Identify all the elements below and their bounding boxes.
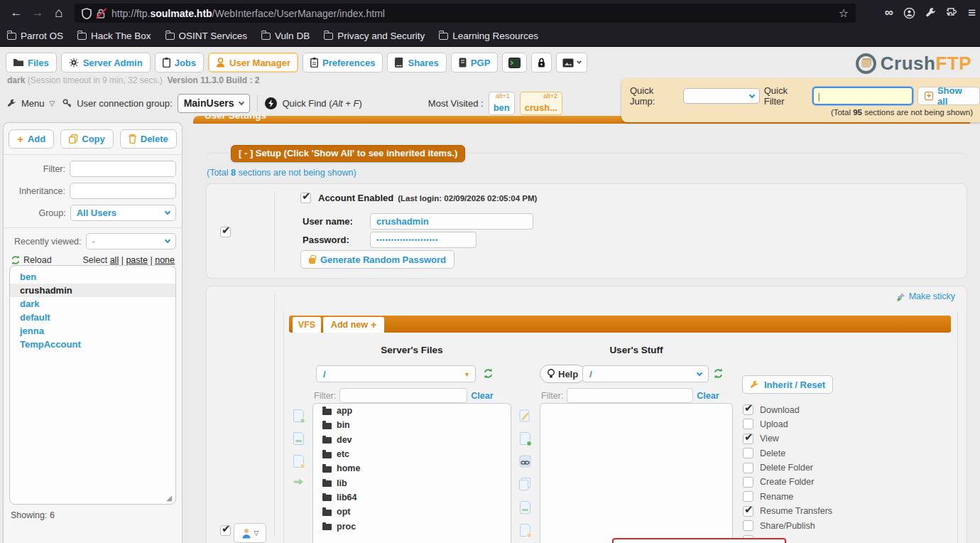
user-filter-clear[interactable]: Clear bbox=[697, 391, 719, 401]
perm-upload-checkbox[interactable] bbox=[743, 419, 753, 429]
folder-row-dev[interactable]: dev bbox=[313, 433, 511, 447]
copy-user-button[interactable]: Copy bbox=[60, 129, 114, 149]
shares-button[interactable]: Shares bbox=[387, 53, 446, 72]
user-list-item-default[interactable]: default bbox=[10, 311, 175, 324]
select-all-link[interactable]: all bbox=[110, 255, 119, 265]
vfs-user-button[interactable]: ▽ bbox=[234, 523, 266, 543]
perm-create-folder-checkbox[interactable] bbox=[743, 477, 753, 488]
most-visited-ben-button[interactable]: alt+1 ben bbox=[489, 92, 515, 115]
select-none-link[interactable]: none bbox=[155, 255, 175, 265]
user-filter-input[interactable] bbox=[70, 161, 176, 177]
theme-button[interactable] bbox=[556, 53, 587, 72]
move-right-icon[interactable] bbox=[293, 478, 304, 486]
paste-link[interactable]: paste bbox=[126, 255, 148, 265]
folder-row-proc[interactable]: proc bbox=[313, 519, 511, 533]
recently-viewed-select[interactable]: - bbox=[86, 233, 176, 249]
quick-find-icon[interactable] bbox=[265, 97, 277, 109]
tab-add-new[interactable]: Add new+ bbox=[323, 317, 384, 333]
bookmark-parrot-os[interactable]: Parrot OS bbox=[7, 31, 63, 41]
inherit-reset-button[interactable]: Inherit / Reset bbox=[742, 375, 833, 394]
bookmark-vuln-db[interactable]: Vuln DB bbox=[261, 31, 310, 41]
quick-jump-select[interactable] bbox=[683, 88, 760, 104]
password-input[interactable]: ••••••••••••••••••••• bbox=[370, 232, 477, 248]
tools-wrench-icon[interactable] bbox=[925, 7, 937, 18]
menu-caret-icon[interactable]: ▽ bbox=[50, 100, 55, 107]
link-item-icon[interactable] bbox=[519, 455, 531, 468]
help-button[interactable]: Help bbox=[540, 365, 586, 383]
perm-resume-transfers-checkbox[interactable] bbox=[743, 506, 753, 517]
add-vfs-item-icon[interactable] bbox=[520, 432, 530, 445]
perm-download-checkbox[interactable] bbox=[743, 404, 753, 415]
files-button[interactable]: Files bbox=[6, 53, 57, 72]
username-input[interactable]: crushadmin bbox=[370, 213, 533, 230]
server-filter-input[interactable] bbox=[339, 388, 467, 403]
add-item-icon[interactable] bbox=[293, 409, 304, 422]
connection-group-select[interactable]: MainUsers bbox=[178, 94, 251, 113]
make-sticky-link[interactable]: Make sticky bbox=[896, 291, 955, 301]
delete-user-button[interactable]: Delete bbox=[120, 129, 177, 149]
user-list-item-dark[interactable]: dark bbox=[10, 297, 175, 311]
account-enabled-checkbox[interactable] bbox=[300, 193, 311, 203]
folder-row-app[interactable]: app bbox=[313, 404, 511, 418]
menu-hamburger-icon[interactable]: ≡ bbox=[968, 5, 976, 21]
user-path-select[interactable]: / bbox=[582, 365, 709, 382]
remove-item-icon[interactable] bbox=[293, 455, 304, 468]
folder-row-home[interactable]: home bbox=[313, 461, 511, 475]
edit-pencil-icon[interactable] bbox=[519, 409, 531, 422]
account-icon[interactable] bbox=[903, 7, 915, 19]
url-bar[interactable]: http://ftp.soulmate.htb/WebInterface/Use… bbox=[75, 4, 856, 23]
modify-item-icon[interactable] bbox=[293, 432, 304, 445]
folder-row-lib64[interactable]: lib64 bbox=[313, 490, 511, 505]
folder-row-opt[interactable]: opt bbox=[313, 505, 511, 519]
perm-delete-folder-checkbox[interactable] bbox=[743, 463, 753, 473]
group-select[interactable]: All Users bbox=[70, 205, 176, 221]
home-icon[interactable]: ⌂ bbox=[48, 5, 70, 21]
tab-vfs[interactable]: VFS bbox=[293, 317, 321, 333]
user-reload-icon[interactable] bbox=[713, 368, 724, 379]
bookmark-privacy-security[interactable]: Privacy and Security bbox=[324, 31, 425, 41]
bookmark-learning-resources[interactable]: Learning Resources bbox=[439, 31, 538, 41]
lock-button[interactable] bbox=[531, 53, 552, 72]
jobs-button[interactable]: Jobs bbox=[155, 53, 204, 72]
extensions-puzzle-icon[interactable] bbox=[947, 7, 958, 18]
most-visited-crush-button[interactable]: alt+2 crush... bbox=[520, 92, 562, 115]
vpn-extension-icon[interactable]: ∞ bbox=[885, 6, 893, 20]
perm-rename-checkbox[interactable] bbox=[743, 491, 753, 502]
bookmark-osint-services[interactable]: OSINT Services bbox=[165, 31, 248, 41]
server-path-select[interactable]: / ▾ bbox=[316, 365, 476, 382]
server-filter-clear[interactable]: Clear bbox=[471, 391, 493, 401]
server-admin-button[interactable]: Server Admin bbox=[61, 53, 151, 72]
user-list-item-ben[interactable]: ben bbox=[10, 270, 175, 284]
back-icon[interactable]: ← bbox=[6, 6, 27, 20]
folder-row-etc[interactable]: etc bbox=[313, 447, 511, 461]
user-manager-button[interactable]: User Manager bbox=[208, 53, 298, 72]
user-list-item-jenna[interactable]: jenna bbox=[10, 324, 175, 338]
perm-share-publish-checkbox[interactable] bbox=[743, 520, 753, 531]
setup-section-header[interactable]: [ - ] Setup (Click 'Show All' to see inh… bbox=[231, 145, 465, 162]
vfs-enable-checkbox[interactable] bbox=[220, 525, 231, 536]
user-filter-input[interactable] bbox=[567, 388, 693, 403]
show-all-button[interactable]: + Show all bbox=[918, 87, 980, 105]
inheritance-input[interactable] bbox=[70, 183, 176, 199]
terminal-button[interactable] bbox=[502, 53, 527, 72]
tracking-shield-icon[interactable] bbox=[82, 8, 92, 19]
user-stuff-list[interactable] bbox=[540, 403, 733, 543]
pgp-button[interactable]: PGP bbox=[451, 53, 498, 72]
quick-find-label[interactable]: Quick Find (Alt + F) bbox=[282, 98, 361, 109]
modify-vfs-item-icon[interactable] bbox=[520, 501, 530, 514]
remove-vfs-item-icon[interactable] bbox=[520, 524, 530, 537]
folder-row-bin[interactable]: bin bbox=[313, 418, 511, 432]
quick-filter-input[interactable]: | bbox=[812, 87, 913, 105]
resize-handle-icon[interactable]: ◢ bbox=[166, 494, 172, 502]
folder-row-lib[interactable]: lib bbox=[313, 475, 511, 490]
copy-item-icon[interactable] bbox=[519, 478, 531, 491]
reload-link[interactable]: Reload bbox=[11, 255, 52, 265]
generate-password-button[interactable]: Generate Random Password bbox=[300, 250, 454, 269]
server-reload-icon[interactable] bbox=[483, 368, 494, 379]
insecure-lock-icon[interactable] bbox=[96, 8, 106, 19]
preferences-button[interactable]: Preferences bbox=[303, 53, 383, 72]
save-notice-bar[interactable] bbox=[612, 538, 786, 543]
add-user-button[interactable]: +Add bbox=[9, 129, 54, 149]
perm-delete-checkbox[interactable] bbox=[743, 448, 753, 458]
bookmark-star-icon[interactable]: ☆ bbox=[839, 6, 849, 20]
